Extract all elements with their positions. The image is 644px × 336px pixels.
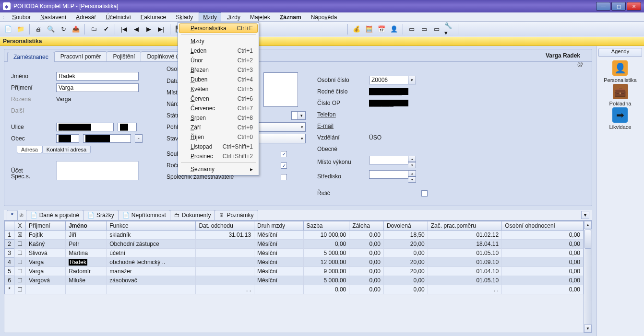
detail-tab-nepritomnost[interactable]: 📄Nepřítomnost: [118, 210, 170, 220]
toolbar-nav-next-icon[interactable]: ▶: [143, 24, 154, 35]
btn-mv-dn[interactable]: ▾: [408, 162, 416, 168]
input-ulice-cp[interactable]: ██: [118, 123, 137, 131]
menu-item-červen[interactable]: ČervenCtrl+6: [179, 94, 258, 104]
at-icon[interactable]: @: [577, 61, 583, 68]
toolbar-win2-icon[interactable]: ▭: [419, 24, 429, 35]
addr-tab-kontaktni[interactable]: Kontaktní adresa: [42, 146, 91, 153]
menu-mzdy[interactable]: Mzdy: [199, 12, 221, 22]
col-Druh mzdy[interactable]: Druh mzdy: [254, 221, 303, 231]
col-Dat. odchodu[interactable]: Dat. odchodu: [196, 221, 254, 231]
btn-str-dn[interactable]: ▾: [408, 176, 416, 183]
input-jmeno[interactable]: Radek: [56, 72, 139, 81]
menu-item-srpen[interactable]: SrpenCtrl+8: [179, 113, 258, 123]
menu-item-září[interactable]: ZáříCtrl+9: [179, 123, 258, 132]
btn-statni[interactable]: ▾: [298, 111, 306, 120]
toolbar-open-icon[interactable]: 📁: [15, 24, 26, 35]
toolbar-money-icon[interactable]: 💰: [351, 24, 362, 35]
toolbar-card-icon[interactable]: 🗂: [88, 24, 99, 35]
filter-icon[interactable]: ⎚: [17, 212, 26, 219]
menu-item-březen[interactable]: BřezenCtrl+3: [179, 65, 258, 75]
col-Zač. prac.poměru[interactable]: Zač. prac.poměru: [428, 221, 501, 231]
menu-soubor[interactable]: Soubor: [8, 13, 35, 22]
toolbar-tool-icon[interactable]: 🔧▾: [444, 24, 454, 35]
addr-tab-adresa[interactable]: Adresa: [17, 146, 42, 153]
toolbar-preview-icon[interactable]: 🔍: [46, 24, 56, 35]
toolbar-refresh-icon[interactable]: ↻: [58, 24, 69, 35]
input-ulice[interactable]: ████████: [56, 123, 114, 131]
toolbar-new-icon[interactable]: 📄: [3, 24, 13, 35]
toolbar-nav-prev-icon[interactable]: ◀: [131, 24, 142, 35]
menu-majetek[interactable]: Majetek: [246, 13, 274, 22]
col-Jméno[interactable]: Jméno: [66, 221, 107, 231]
table-row[interactable]: 2☐KašnýPetrObchodní zástupceMěsíční0,000…: [5, 240, 584, 249]
menu-item-seznamy[interactable]: Seznamy: [179, 164, 258, 174]
menu-item-personalistika[interactable]: PersonalistikaCtrl+E: [179, 23, 258, 33]
grid-corner-button[interactable]: ▾: [581, 211, 589, 219]
table-row[interactable]: 1☒FojtíkJiřískladník31.01.13Měsíční10 00…: [5, 231, 584, 240]
menu-item-duben[interactable]: DubenCtrl+4: [179, 75, 258, 84]
detail-tab-star[interactable]: *: [7, 210, 18, 220]
menu-napoveda[interactable]: Nápověda: [307, 13, 341, 22]
lbl-telefon[interactable]: Telefon: [317, 111, 365, 118]
col-X[interactable]: X: [14, 221, 26, 231]
tab-zamestnanec[interactable]: Zaměstnanec: [7, 52, 55, 62]
btn-osobni[interactable]: ▾: [408, 76, 416, 84]
scroll-up-icon[interactable]: ▲: [584, 221, 592, 229]
close-button[interactable]: ✕: [627, 2, 641, 11]
toolbar-print-icon[interactable]: 🖨: [33, 24, 44, 35]
table-row[interactable]: 3☐SlivováMartinaúčetníMěsíční5 000,000,0…: [5, 249, 584, 258]
input-prijmeni[interactable]: Varga: [56, 83, 139, 92]
menu-item-květen[interactable]: KvětenCtrl+5: [179, 84, 258, 94]
menu-fakturace[interactable]: Fakturace: [137, 13, 170, 22]
detail-tab-dokumenty[interactable]: 🗀Dokumenty: [170, 210, 215, 220]
chk-spolecnik[interactable]: [281, 174, 287, 180]
menu-ucetnictvi[interactable]: Účetnictví: [102, 13, 135, 22]
col-Osobní ohodnocení[interactable]: Osobní ohodnocení: [502, 221, 584, 231]
chk-rocni[interactable]: [281, 162, 287, 169]
menu-sklady[interactable]: Sklady: [172, 13, 197, 22]
col-Funkce[interactable]: Funkce: [107, 221, 196, 231]
input-obec[interactable]: ██████: [83, 134, 131, 143]
btn-mv-up[interactable]: ▴: [408, 156, 416, 162]
photo-box[interactable]: [263, 72, 298, 107]
menu-zaznam[interactable]: Záznam: [276, 13, 305, 22]
minimize-button[interactable]: —: [596, 2, 610, 11]
col-Dovolená[interactable]: Dovolená: [383, 221, 428, 231]
menu-item-červenec[interactable]: ČervenecCtrl+7: [179, 104, 258, 113]
detail-tab-srazky[interactable]: 📄Srážky: [83, 210, 119, 220]
toolbar-calendar-icon[interactable]: 📅: [376, 24, 387, 35]
toolbar-nav-last-icon[interactable]: ▶|: [156, 24, 167, 35]
menu-nastaveni[interactable]: Nastavení: [36, 13, 70, 22]
menu-item-mzdy[interactable]: Mzdy: [179, 36, 258, 46]
col-Sazba[interactable]: Sazba: [303, 221, 349, 231]
col-Záloha[interactable]: Záloha: [349, 221, 384, 231]
toolbar-nav-first-icon[interactable]: |◀: [119, 24, 129, 35]
btn-str-up[interactable]: ▴: [408, 170, 416, 176]
tab-pracovni-pomer[interactable]: Pracovní poměr: [54, 51, 107, 61]
scroll-thumb[interactable]: [584, 230, 591, 249]
menu-jizdy[interactable]: Jízdy: [223, 13, 244, 22]
input-stredisko[interactable]: [369, 170, 408, 179]
menu-item-leden[interactable]: LedenCtrl+1: [179, 46, 258, 56]
agenda-item-likvidace[interactable]: ➡Likvidace: [609, 107, 632, 130]
input-psc[interactable]: ███: [56, 134, 79, 143]
toolbar-win3-icon[interactable]: ▭: [431, 24, 442, 35]
col-Příjmení[interactable]: Příjmení: [26, 221, 66, 231]
table-row[interactable]: 4☐VargaRadekobchodně technický ..Měsíční…: [5, 258, 584, 267]
detail-tab-dane[interactable]: 📄Daně a pojistné: [26, 210, 83, 220]
menu-item-prosinec[interactable]: ProsinecCtrl+Shift+2: [179, 151, 258, 161]
menu-item-listopad[interactable]: ListopadCtrl+Shift+1: [179, 142, 258, 151]
detail-tab-poznamky[interactable]: 🗎Poznámky: [215, 210, 258, 220]
toolbar-calc-icon[interactable]: 🧮: [364, 24, 374, 35]
table-row[interactable]: *☐. .0,000,000,00. .0,00: [5, 285, 584, 294]
toolbar-check-icon[interactable]: ✔: [101, 24, 111, 35]
agenda-item-pokladna[interactable]: 💼Pokladna: [609, 84, 632, 106]
agenda-item-personalistika[interactable]: 👤Personalistika: [604, 60, 636, 83]
maximize-button[interactable]: ▢: [611, 2, 626, 11]
toolbar-person-icon[interactable]: 👤: [389, 24, 399, 35]
input-osobni-cislo[interactable]: Z0006: [369, 76, 408, 84]
menu-item-únor[interactable]: ÚnorCtrl+2: [179, 56, 258, 65]
lbl-email[interactable]: E-mail: [317, 123, 365, 129]
table-row[interactable]: 6☐VargováMilušezásobovačMěsíční5 000,000…: [5, 276, 584, 285]
input-misto-vyk[interactable]: [369, 156, 408, 164]
